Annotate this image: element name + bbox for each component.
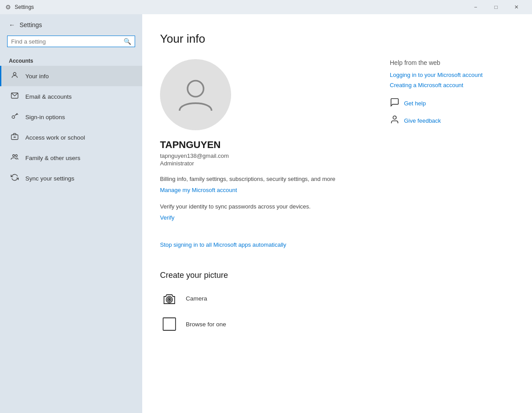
username: TAPNGUYEN [160,139,372,151]
stop-signing-link[interactable]: Stop signing in to all Microsoft apps au… [160,241,286,248]
sidebar-label-your-info: Your info [25,73,49,80]
sidebar-item-sync[interactable]: Sync your settings [0,168,142,188]
get-help-item: Get help [390,97,505,109]
verify-link[interactable]: Verify [160,214,175,221]
help-actions: Get help Give feedback [390,97,505,127]
browse-label: Browse for one [186,321,226,328]
camera-option[interactable]: Camera [160,289,372,308]
svg-point-9 [13,155,15,157]
sidebar-label-family: Family & other users [25,155,80,161]
sidebar-label-email: Email & accounts [25,93,72,100]
minimize-button[interactable]: − [465,0,486,14]
create-picture-title: Create your picture [160,271,372,280]
key-icon [10,112,19,122]
profile-section: TAPNGUYEN tapnguyen138@gmail.com Adminis… [160,59,372,341]
page-title: Your info [160,32,505,46]
help-title: Help from the web [390,59,505,66]
get-help-icon [390,97,400,109]
content-layout: TAPNGUYEN tapnguyen138@gmail.com Adminis… [160,59,505,341]
sidebar-item-family[interactable]: Family & other users [0,148,142,168]
user-email: tapnguyen138@gmail.com [160,152,372,159]
billing-text: Billing info, family settings, subscript… [160,176,372,182]
avatar [160,59,231,130]
sidebar-item-sign-in[interactable]: Sign-in options [0,107,142,127]
titlebar-title: Settings [15,4,465,10]
back-arrow-icon: ← [9,21,15,28]
svg-point-11 [188,81,204,97]
sidebar-item-your-info[interactable]: Your info [0,66,142,86]
sidebar-item-access-work[interactable]: Access work or school [0,127,142,148]
svg-point-14 [169,299,170,301]
search-input[interactable] [11,38,124,45]
sidebar-label-sync: Sync your settings [25,175,74,182]
briefcase-icon [10,132,19,142]
email-icon [10,92,19,101]
back-label: Settings [20,21,42,28]
close-button[interactable]: ✕ [506,0,527,14]
sidebar-section-label: Accounts [0,54,142,66]
manage-account-link[interactable]: Manage my Microsoft account [160,187,237,193]
verify-text: Verify your identity to sync passwords a… [160,203,372,210]
give-feedback-item: Give feedback [390,115,505,127]
svg-rect-16 [165,320,174,329]
svg-point-2 [12,116,15,118]
browse-option[interactable]: Browse for one [160,315,372,333]
sidebar-label-access-work: Access work or school [25,134,85,141]
settings-icon: ⚙ [5,4,11,11]
sidebar-item-email-accounts[interactable]: Email & accounts [0,86,142,107]
camera-icon [160,289,179,308]
get-help-link[interactable]: Get help [404,100,426,107]
feedback-icon [390,115,400,127]
help-panel: Help from the web Logging in to your Mic… [390,59,505,341]
main-content: Your info TAPNGUYEN tapnguyen138@gmail.c… [142,14,532,413]
svg-point-17 [393,116,396,119]
give-feedback-link[interactable]: Give feedback [404,117,441,124]
help-link-login[interactable]: Logging in to your Microsoft account [390,72,505,78]
sidebar-label-signin: Sign-in options [25,114,65,120]
svg-point-0 [13,72,16,75]
camera-label: Camera [186,295,207,302]
search-icon: 🔍 [124,38,131,45]
group-icon [10,153,19,163]
maximize-button[interactable]: □ [486,0,506,14]
titlebar: ⚙ Settings − □ ✕ [0,0,532,14]
svg-point-10 [16,155,18,157]
search-box[interactable]: 🔍 [7,36,135,47]
user-role: Administrator [160,160,372,167]
back-button[interactable]: ← Settings [0,14,142,36]
sync-icon [10,173,19,183]
sidebar: ← Settings 🔍 Accounts Your info Email & … [0,14,142,413]
app-container: ← Settings 🔍 Accounts Your info Email & … [0,14,532,413]
browse-icon [160,315,179,333]
window-controls: − □ ✕ [465,0,527,14]
person-icon [10,71,19,81]
help-link-create[interactable]: Creating a Microsoft account [390,82,505,88]
